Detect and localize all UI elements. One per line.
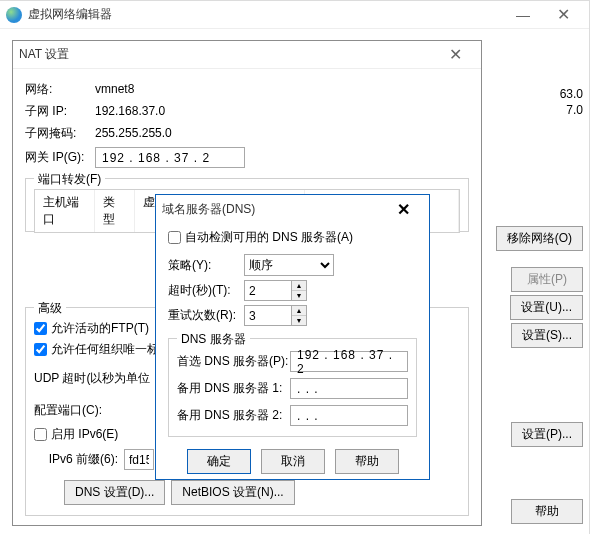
allow-any-org-input[interactable] [34,343,47,356]
allow-active-ftp-input[interactable] [34,322,47,335]
nat-titlebar: NAT 设置 ✕ [13,41,481,69]
main-title: 虚拟网络编辑器 [28,6,112,23]
allow-any-org-checkbox[interactable]: 允许任何组织唯一标 [34,341,159,358]
app-icon [6,7,22,23]
dns-servers-group: DNS 服务器 首选 DNS 服务器(P): 192 . 168 . 37 . … [168,338,417,437]
udp-timeout-label: UDP 超时(以秒为单位 [34,370,150,387]
subnet-mask-value: 255.255.255.0 [95,126,172,140]
allow-active-ftp-checkbox[interactable]: 允许活动的FTP(T) [34,320,149,337]
retries-input[interactable] [244,305,292,326]
subnet-mask-label: 子网掩码: [25,125,95,142]
settings-p-button[interactable]: 设置(P)... [511,422,583,447]
help-button-main[interactable]: 帮助 [511,499,583,524]
settings-u-button[interactable]: 设置(U)... [510,295,583,320]
close-button-dns[interactable]: ✕ [383,200,423,219]
advanced-legend: 高级 [34,300,66,317]
dns-settings-button[interactable]: DNS 设置(D)... [64,480,165,505]
properties-button: 属性(P) [511,267,583,292]
peek-text-b: 7.0 [566,103,583,117]
subnet-ip-value: 192.168.37.0 [95,104,165,118]
config-port-label: 配置端口(C): [34,402,102,419]
dns-title: 域名服务器(DNS) [162,201,255,218]
col-type: 类型 [95,190,135,232]
enable-ipv6-input[interactable] [34,428,47,441]
retries-spinner[interactable]: ▲▼ [292,305,307,326]
timeout-input[interactable] [244,280,292,301]
timeout-label: 超时(秒)(T): [168,282,244,299]
primary-dns-label: 首选 DNS 服务器(P): [177,353,290,370]
minimize-button[interactable]: — [503,7,543,23]
cancel-button[interactable]: 取消 [261,449,325,474]
ok-button[interactable]: 确定 [187,449,251,474]
help-button-dns[interactable]: 帮助 [335,449,399,474]
dns-dialog: 域名服务器(DNS) ✕ 自动检测可用的 DNS 服务器(A) 策略(Y): 顺… [155,194,430,480]
dns-titlebar: 域名服务器(DNS) ✕ [156,195,429,223]
enable-ipv6-checkbox[interactable]: 启用 IPv6(E) [34,426,118,443]
alt2-dns-input[interactable]: . . . [290,405,408,426]
ipv6-prefix-label: IPv6 前缀(6): [34,451,124,468]
alt1-dns-input[interactable]: . . . [290,378,408,399]
settings-s-button[interactable]: 设置(S)... [511,323,583,348]
remove-network-button[interactable]: 移除网络(O) [496,226,583,251]
gateway-label: 网关 IP(G): [25,149,95,166]
close-button-nat[interactable]: ✕ [435,45,475,64]
main-titlebar: 虚拟网络编辑器 — ✕ [0,1,589,29]
nat-title: NAT 设置 [19,46,69,63]
alt1-dns-label: 备用 DNS 服务器 1: [177,380,290,397]
retries-label: 重试次数(R): [168,307,244,324]
peek-text-a: 63.0 [560,87,583,101]
network-label: 网络: [25,81,95,98]
gateway-input[interactable]: 192 . 168 . 37 . 2 [95,147,245,168]
policy-label: 策略(Y): [168,257,244,274]
col-hostport: 主机端口 [35,190,95,232]
timeout-spinner[interactable]: ▲▼ [292,280,307,301]
port-forward-legend: 端口转发(F) [34,171,105,188]
subnet-ip-label: 子网 IP: [25,103,95,120]
close-button-main[interactable]: ✕ [543,5,583,24]
autodetect-dns-input[interactable] [168,231,181,244]
ipv6-prefix-input[interactable] [124,449,154,470]
primary-dns-input[interactable]: 192 . 168 . 37 . 2 [290,351,408,372]
alt2-dns-label: 备用 DNS 服务器 2: [177,407,290,424]
dns-servers-legend: DNS 服务器 [177,331,250,348]
policy-select[interactable]: 顺序 [244,254,334,276]
autodetect-dns-checkbox[interactable]: 自动检测可用的 DNS 服务器(A) [168,229,353,246]
network-value: vmnet8 [95,82,134,96]
